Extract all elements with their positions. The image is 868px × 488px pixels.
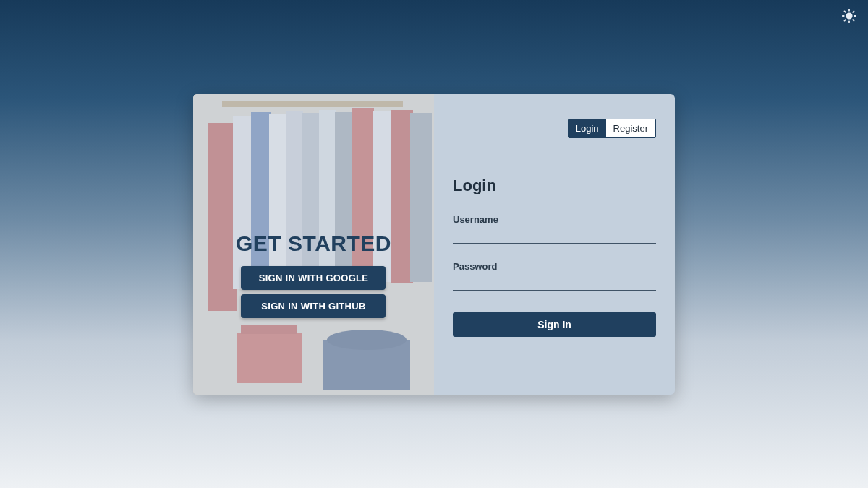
username-label: Username xyxy=(453,214,656,225)
username-input[interactable] xyxy=(453,228,656,244)
right-panel: Login Register Login Username Password S… xyxy=(434,94,675,395)
left-panel: GET STARTED SIGN IN WITH GOOGLE SIGN IN … xyxy=(193,94,434,395)
tab-register[interactable]: Register xyxy=(606,119,655,137)
svg-point-0 xyxy=(846,13,851,18)
google-signin-button[interactable]: SIGN IN WITH GOOGLE xyxy=(241,266,386,290)
login-form: Login Username Password Sign In xyxy=(453,176,656,337)
form-title: Login xyxy=(453,176,656,195)
password-label: Password xyxy=(453,261,656,272)
theme-toggle[interactable] xyxy=(839,7,859,27)
github-signin-button[interactable]: SIGN IN WITH GITHUB xyxy=(241,294,386,318)
tab-login[interactable]: Login xyxy=(569,119,606,137)
svg-line-4 xyxy=(853,20,854,20)
get-started-heading: GET STARTED xyxy=(236,231,391,256)
auth-card: GET STARTED SIGN IN WITH GOOGLE SIGN IN … xyxy=(193,94,675,395)
signin-button[interactable]: Sign In xyxy=(453,312,656,337)
password-input[interactable] xyxy=(453,275,656,291)
sun-icon xyxy=(841,8,857,27)
svg-line-3 xyxy=(845,12,846,12)
svg-line-8 xyxy=(853,12,854,12)
auth-tab-toggle: Login Register xyxy=(568,119,656,138)
svg-line-7 xyxy=(845,20,846,20)
